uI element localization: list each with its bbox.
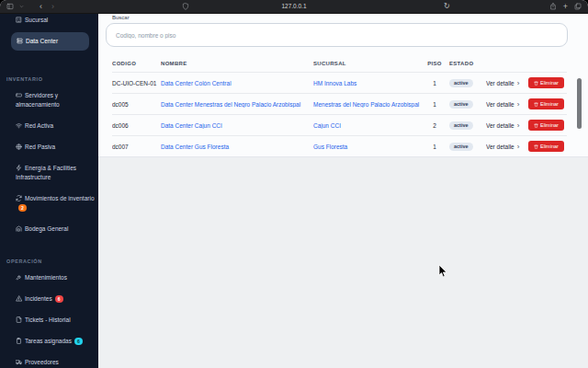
sidebar-item-red-pasiva[interactable]: Red Pasiva	[0, 141, 98, 154]
trash-icon	[534, 81, 538, 86]
movimientos-badge: 2	[18, 204, 27, 212]
search-box	[106, 23, 568, 47]
datacenter-link[interactable]: Data Center Cajun CCI	[161, 122, 222, 129]
status-badge: active	[449, 143, 473, 151]
sidebar-item-red-activa[interactable]: Red Activa	[0, 120, 98, 132]
refresh-icon	[16, 195, 22, 201]
table-row: DC-UIO-CEN-01 Data Center Colón Central …	[112, 72, 567, 93]
datacenter-link[interactable]: Data Center Colón Central	[161, 80, 232, 86]
sidebar-item-servidores[interactable]: Servidores y almacenamiento	[0, 89, 98, 111]
truck-icon	[16, 359, 22, 365]
file-text-icon	[16, 316, 22, 323]
scrollbar-thumb[interactable]	[577, 78, 582, 129]
sidebar-item-movimientos[interactable]: Movimientos de inventario2	[0, 192, 98, 214]
cell-piso: 1	[424, 80, 446, 86]
view-detail-button[interactable]: Ver detalle›	[486, 143, 528, 151]
sidebar-item-incidentes[interactable]: Incidentes6	[0, 293, 98, 305]
main-content: Buscar CODIGO NOMBRE SUCURSAL PISO ESTAD…	[98, 13, 588, 368]
sucursal-link[interactable]: HM Innova Labs	[313, 80, 356, 86]
sidebar-item-mantenimientos[interactable]: Mantenimientos	[0, 271, 98, 284]
chevron-right-icon: ›	[517, 143, 520, 151]
warehouse-icon	[16, 225, 22, 232]
globe-icon	[16, 144, 22, 150]
new-tab-icon[interactable]: +	[563, 0, 568, 13]
building-icon	[16, 17, 22, 23]
search-input[interactable]	[107, 32, 567, 39]
server-rack-icon	[17, 38, 23, 44]
cell-piso: 1	[424, 144, 446, 150]
storage-icon	[16, 92, 22, 98]
sidebar-item-label: Tickets - Historial	[25, 316, 71, 323]
trash-icon	[534, 102, 538, 107]
cell-piso: 2	[424, 122, 446, 129]
incidentes-badge: 6	[55, 295, 63, 303]
sidebar-item-label: Energía & Facilities Infrastructure	[16, 165, 76, 180]
sidebar-item-energia[interactable]: Energía & Facilities Infrastructure	[0, 162, 98, 184]
chevron-right-icon: ›	[517, 100, 520, 109]
chevron-right-icon: ›	[517, 121, 520, 130]
sidebar-item-tickets[interactable]: Tickets - Historial	[0, 314, 98, 327]
datacenter-link[interactable]: Data Center Menestras del Negro Palacio …	[161, 101, 300, 108]
sidebar-item-label: Bodega General	[25, 225, 68, 232]
delete-button[interactable]: Eliminar	[528, 141, 564, 152]
sidebar-item-label: Incidentes	[25, 295, 52, 302]
cell-codigo: DC-UIO-CEN-01	[112, 80, 161, 86]
status-badge: active	[449, 79, 473, 87]
sidebar-item-label: Sucursal	[25, 17, 48, 23]
status-badge: active	[449, 100, 473, 109]
clipboard-icon	[16, 338, 22, 344]
search-label: Buscar	[112, 15, 588, 20]
table-row: dc007 Data Center Gus Floresta Gus Flore…	[112, 135, 567, 156]
sidebar-item-sucursal[interactable]: Sucursal	[0, 14, 98, 27]
datacenter-link[interactable]: Data Center Gus Floresta	[161, 144, 229, 150]
view-detail-button[interactable]: Ver detalle›	[486, 100, 528, 109]
table-header-row: CODIGO NOMBRE SUCURSAL PISO ESTADO	[112, 54, 567, 72]
sidebar-item-bodega[interactable]: Bodega General	[0, 223, 98, 236]
sidebar-item-label: Proveedores	[25, 359, 59, 365]
datacenter-list-panel: Buscar CODIGO NOMBRE SUCURSAL PISO ESTAD…	[98, 13, 588, 157]
cell-codigo: dc005	[112, 101, 161, 108]
chevron-right-icon: ›	[517, 79, 520, 87]
wifi-icon	[16, 122, 22, 129]
alert-triangle-icon	[16, 295, 22, 302]
table-row: dc005 Data Center Menestras del Negro Pa…	[112, 93, 567, 114]
header-estado: ESTADO	[446, 61, 486, 66]
sidebar-item-data-center[interactable]: Data Center	[11, 32, 89, 51]
sidebar-item-label: Data Center	[26, 38, 58, 44]
zap-icon	[16, 165, 22, 171]
reload-icon[interactable]: ↻	[444, 0, 450, 13]
sucursal-link[interactable]: Gus Floresta	[313, 144, 347, 150]
tareas-badge: 6	[74, 338, 83, 345]
trash-icon	[534, 123, 538, 128]
tabs-overview-icon[interactable]	[574, 3, 582, 10]
cell-codigo: dc007	[112, 144, 161, 150]
sidebar-item-label: Red Activa	[25, 122, 53, 129]
sidebar-section-title: OPERACIÓN	[6, 259, 98, 264]
trash-icon	[534, 144, 538, 149]
header-piso: PISO	[424, 61, 446, 66]
delete-button[interactable]: Eliminar	[528, 98, 564, 109]
cell-codigo: dc006	[112, 122, 161, 129]
delete-button[interactable]: Eliminar	[528, 120, 564, 131]
sidebar-item-label: Movimientos de inventario	[25, 195, 95, 201]
cell-piso: 1	[424, 101, 446, 108]
header-sucursal: SUCURSAL	[313, 61, 424, 66]
app-window: ‹ › 127.0.0.1 ↻ + Sucursal Data Center I…	[0, 0, 588, 368]
wrench-icon	[16, 274, 22, 281]
header-codigo: CODIGO	[112, 61, 161, 66]
sucursal-link[interactable]: Menestras del Negro Palacio Arzobispal	[313, 101, 419, 108]
sidebar-item-proveedores[interactable]: Proveedores	[0, 356, 98, 368]
table-row: dc006 Data Center Cajun CCI Cajun CCI 2 …	[112, 114, 567, 135]
sucursal-link[interactable]: Cajun CCI	[313, 122, 341, 129]
address-bar[interactable]: 127.0.0.1	[0, 0, 588, 13]
browser-chrome: ‹ › 127.0.0.1 ↻ +	[0, 0, 588, 14]
share-icon[interactable]	[549, 3, 557, 10]
header-nombre: NOMBRE	[161, 61, 313, 66]
view-detail-button[interactable]: Ver detalle›	[486, 121, 528, 130]
delete-button[interactable]: Eliminar	[528, 77, 564, 88]
datacenter-table: CODIGO NOMBRE SUCURSAL PISO ESTADO DC-UI…	[112, 54, 567, 156]
sidebar-item-label: Servidores y almacenamiento	[16, 92, 60, 108]
sidebar: Sucursal Data Center INVENTARIO Servidor…	[0, 13, 98, 368]
view-detail-button[interactable]: Ver detalle›	[486, 79, 528, 87]
sidebar-item-tareas[interactable]: Tareas asignadas6	[0, 335, 98, 348]
